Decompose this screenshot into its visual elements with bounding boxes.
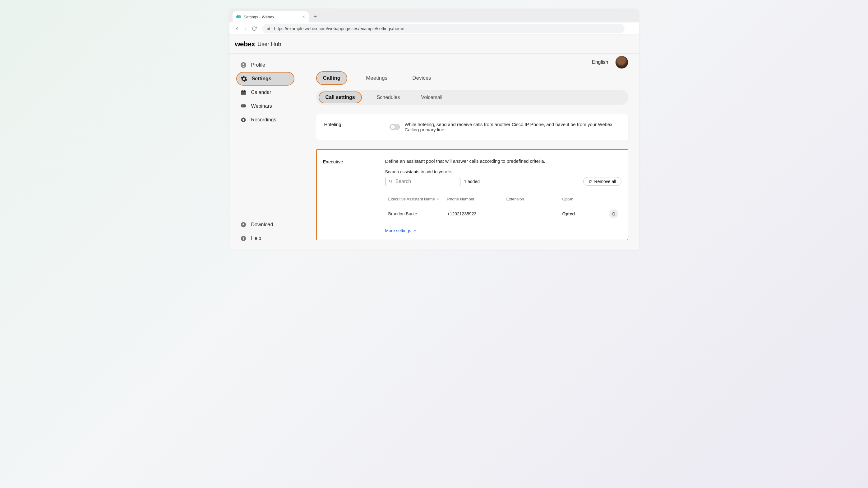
tab-meetings[interactable]: Meetings [360,72,394,84]
col-extension[interactable]: Extension [506,197,562,201]
url-text: https://example.webex.com/webappng/sites… [274,26,404,31]
sort-asc-icon [437,198,440,201]
search-placeholder: Search [396,179,411,184]
trash-icon [612,212,616,216]
sidebar-item-label: Settings [252,76,271,82]
back-button[interactable] [232,24,241,33]
forward-button[interactable] [241,24,250,33]
svg-line-16 [391,182,392,183]
sidebar-item-calendar[interactable]: Calendar [236,86,294,99]
sidebar-item-download[interactable]: Download [236,218,294,232]
app-header: webex User Hub [229,35,639,54]
col-phone[interactable]: Phone Number [447,197,506,201]
url-field[interactable]: https://example.webex.com/webappng/sites… [262,24,625,33]
address-bar: https://example.webex.com/webappng/sites… [229,22,639,35]
gear-icon [241,75,247,82]
browser-tab[interactable]: Settings - Webex × [232,11,309,22]
added-count: 1 added [464,179,480,184]
assistants-table: Executive Assistant Name Phone Number Ex… [385,197,621,223]
main-content: English Calling Meetings Devices Call se… [298,54,639,250]
hoteling-label: Hoteling [324,122,390,132]
subtab-schedules[interactable]: Schedules [371,92,406,103]
cell-optin: Opted [562,211,609,216]
svg-rect-7 [244,90,245,91]
search-assistants-label: Search assistants to add to your list [385,169,621,174]
sidebar-item-webinars[interactable]: Webinars [236,99,294,113]
toggle-knob: × [390,124,395,130]
svg-point-15 [389,180,392,182]
sidebar-item-label: Recordings [251,117,276,123]
search-input[interactable]: Search [385,177,460,186]
col-optin[interactable]: Opt-in [562,197,609,201]
cell-phone: +12021235923 [447,211,506,216]
remove-all-button[interactable]: Remove all [583,177,621,186]
webex-favicon-icon [236,14,241,19]
language-selector[interactable]: English [592,59,608,65]
close-tab-icon[interactable]: × [302,14,305,19]
secondary-tabs: Call settings Schedules Voicemail [316,90,628,105]
browser-menu-icon[interactable]: ⋮ [628,26,636,31]
primary-tabs: Calling Meetings Devices [316,71,628,85]
chevron-down-icon [413,229,417,232]
help-icon: ? [240,235,247,242]
tab-title: Settings - Webex [244,15,275,19]
reload-button[interactable] [250,24,259,33]
sidebar-item-label: Download [251,222,273,228]
more-settings-link[interactable]: More settings [385,228,417,233]
svg-text:?: ? [242,236,244,240]
brand-subtitle: User Hub [257,41,281,48]
webinar-icon [240,103,247,110]
lock-icon [267,27,271,30]
svg-rect-9 [242,108,244,108]
sidebar-item-label: Help [251,236,261,241]
sidebar: Profile Settings Calendar [229,54,298,250]
cell-name: Brandon Burke [388,211,447,216]
subtab-voicemail[interactable]: Voicemail [415,92,448,103]
sidebar-item-settings[interactable]: Settings [236,72,294,86]
svg-point-3 [243,63,244,65]
hoteling-toggle[interactable]: × [390,124,400,130]
delete-row-button[interactable] [609,209,618,219]
remove-all-label: Remove all [594,179,616,184]
brand-logo: webex [235,40,255,48]
svg-rect-6 [242,90,243,91]
calendar-icon [240,89,247,96]
subtab-call-settings[interactable]: Call settings [319,91,362,103]
avatar[interactable] [615,56,628,69]
person-icon [240,62,247,68]
col-name[interactable]: Executive Assistant Name [388,197,447,201]
table-row: Brandon Burke +12021235923 Opted [385,205,621,223]
executive-description: Define an assistant pool that will answe… [385,159,621,164]
svg-rect-5 [241,91,246,91]
tab-devices[interactable]: Devices [406,72,437,84]
tab-calling[interactable]: Calling [316,71,348,85]
executive-card: Executive Define an assistant pool that … [316,149,628,240]
svg-point-1 [238,15,241,18]
new-tab-button[interactable]: + [311,12,320,21]
svg-point-11 [243,119,244,121]
executive-label: Executive [323,159,385,233]
hoteling-description: While hoteling, send and receive calls f… [405,122,620,132]
sidebar-item-help[interactable]: ? Help [236,232,294,245]
record-icon [240,116,247,123]
sidebar-item-label: Profile [251,62,265,68]
sidebar-item-label: Calendar [251,90,271,95]
sidebar-item-label: Webinars [251,103,272,109]
hoteling-card: Hoteling × While hoteling, send and rece… [316,114,628,140]
tab-strip: Settings - Webex × + [229,9,639,22]
search-icon [389,179,393,183]
sidebar-item-recordings[interactable]: Recordings [236,113,294,127]
sidebar-item-profile[interactable]: Profile [236,58,294,72]
download-icon [240,221,247,228]
trash-icon [589,179,592,183]
